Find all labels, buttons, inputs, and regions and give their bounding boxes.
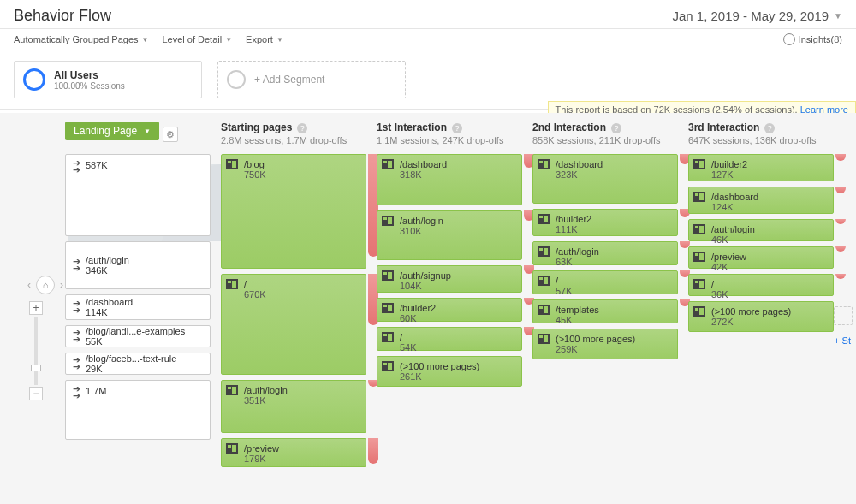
help-icon[interactable]: ?: [611, 123, 621, 133]
page-path: (>100 more pages): [556, 334, 670, 344]
column-sub: 1.1M sessions, 247K drop-offs: [377, 135, 522, 145]
date-range-picker[interactable]: Jan 1, 2019 - May 29, 2019 ▼: [672, 9, 842, 23]
level-of-detail-dropdown[interactable]: Level of Detail ▼: [162, 34, 232, 44]
page-icon: [382, 361, 394, 371]
dropoff-indicator: [835, 219, 846, 224]
page-node[interactable]: /670K: [221, 274, 366, 375]
auto-pages-label: Automatically Grouped Pages: [14, 34, 139, 44]
page-node[interactable]: /builder2111K: [532, 209, 678, 236]
column-title: 3rd Interaction: [688, 122, 759, 133]
page-path: /: [556, 276, 670, 286]
source-node[interactable]: ➔➔587K: [65, 154, 211, 236]
flow-column: 2nd Interaction?858K sessions, 211K drop…: [532, 122, 678, 504]
help-icon[interactable]: ?: [297, 123, 307, 133]
page-count: 272K: [711, 317, 826, 327]
source-node[interactable]: ➔➔/blog/landi...e-examples55K: [65, 325, 211, 347]
page-icon: [693, 192, 705, 202]
page-node[interactable]: /blog750K: [221, 154, 366, 269]
node-wrap: (>100 more pages)259K: [532, 329, 678, 359]
flow-arrow-icon: ➔➔: [73, 258, 80, 271]
page-icon: [538, 305, 550, 315]
source-node[interactable]: ➔➔/dashboard114K: [65, 294, 211, 320]
flow-area: ‹ ⌂ › + − + St Landing Page▼⚙➔➔587K➔➔/au…: [0, 113, 856, 504]
date-range-text: Jan 1, 2019 - May 29, 2019: [672, 9, 829, 23]
page-node[interactable]: /builder2127K: [688, 154, 834, 181]
zoom-controls: + −: [29, 301, 43, 400]
export-dropdown[interactable]: Export ▼: [246, 34, 283, 44]
page-icon: [538, 214, 550, 224]
page-count: 127K: [711, 169, 826, 180]
page-path: /preview: [244, 443, 359, 454]
page-node[interactable]: /dashboard323K: [532, 154, 678, 204]
zoom-handle[interactable]: [31, 365, 41, 371]
page-count: 104K: [400, 281, 514, 291]
page-node[interactable]: /auth/login63K: [532, 241, 678, 265]
dimension-label: Landing Page: [74, 125, 137, 137]
page-path: /auth/login: [556, 246, 670, 257]
page-path: /preview: [711, 252, 826, 262]
page-node[interactable]: (>100 more pages)272K: [688, 301, 834, 332]
source-node[interactable]: ➔➔/auth/login346K: [65, 241, 211, 289]
insights-label: Insights(8): [799, 34, 842, 44]
auto-grouped-pages-dropdown[interactable]: Automatically Grouped Pages ▼: [14, 34, 148, 44]
source-text: 1.7M: [86, 386, 106, 396]
chevron-down-icon: ▼: [276, 36, 283, 44]
page-node[interactable]: (>100 more pages)259K: [532, 329, 678, 359]
page-node[interactable]: /dashboard318K: [377, 154, 522, 205]
page-path: /auth/login: [244, 385, 359, 395]
page-node[interactable]: /templates45K: [532, 299, 678, 323]
gear-icon[interactable]: ⚙: [163, 127, 178, 142]
segment-all-users[interactable]: All Users 100.00% Sessions: [14, 61, 202, 98]
insights-button[interactable]: Insights(8): [783, 33, 842, 45]
dropoff-indicator: [835, 246, 846, 252]
page-count: 750K: [244, 169, 359, 180]
page-count: 670K: [244, 289, 359, 299]
page-count: 111K: [556, 224, 670, 234]
page-node[interactable]: /auth/login351K: [221, 380, 366, 433]
page-node[interactable]: /auth/signup104K: [377, 265, 522, 293]
home-button[interactable]: ⌂: [36, 276, 55, 294]
zoom-in-button[interactable]: +: [29, 301, 43, 315]
source-node[interactable]: ➔➔/blog/faceb...-text-rule29K: [65, 353, 211, 375]
help-icon[interactable]: ?: [452, 123, 462, 133]
column-header: 1st Interaction?: [377, 122, 522, 133]
flow-arrow-icon: ➔➔: [73, 160, 80, 173]
column-header: 2nd Interaction?: [532, 122, 678, 133]
segment-text: All Users 100.00% Sessions: [54, 69, 125, 91]
source-text: /blog/landi...e-examples55K: [86, 326, 185, 347]
page-node[interactable]: /54K: [377, 327, 522, 351]
page-node[interactable]: /dashboard124K: [688, 187, 834, 214]
page-node[interactable]: /36K: [688, 274, 834, 296]
page-count: 351K: [244, 395, 359, 406]
detail-label: Level of Detail: [162, 34, 222, 44]
dropoff-indicator: [835, 154, 846, 161]
zoom-out-button[interactable]: −: [29, 387, 43, 400]
page-node[interactable]: /builder260K: [377, 298, 522, 322]
node-wrap: /auth/signup104K: [377, 265, 522, 293]
source-node[interactable]: ➔➔1.7M: [65, 380, 211, 440]
page-node[interactable]: (>100 more pages)261K: [377, 356, 522, 387]
pan-left-button[interactable]: ‹: [24, 276, 34, 294]
node-wrap: (>100 more pages)272K: [688, 301, 834, 332]
page-node[interactable]: /preview179K: [221, 438, 366, 467]
page-count: 323K: [556, 169, 670, 180]
segment-sub: 100.00% Sessions: [54, 81, 125, 91]
flow-column: Starting pages?2.8M sessions, 1.7M drop-…: [221, 122, 366, 504]
dimension-selector[interactable]: Landing Page▼: [65, 122, 159, 140]
flow-columns: Landing Page▼⚙➔➔587K➔➔/auth/login346K➔➔/…: [65, 122, 856, 504]
page-count: 46K: [711, 234, 826, 245]
node-wrap: /54K: [377, 327, 522, 351]
help-icon[interactable]: ?: [764, 123, 775, 133]
flow-arrow-icon: ➔➔: [73, 386, 80, 399]
column-title: Starting pages: [221, 122, 292, 133]
page-node[interactable]: /preview42K: [688, 246, 834, 269]
node-wrap: /templates45K: [532, 299, 678, 323]
add-segment-button[interactable]: + Add Segment: [217, 61, 406, 98]
page-count: 57K: [556, 286, 670, 296]
page-node[interactable]: /57K: [532, 270, 678, 294]
page-node[interactable]: /auth/login46K: [688, 219, 834, 241]
page-node[interactable]: /auth/login310K: [377, 210, 522, 260]
node-wrap: /auth/login351K: [221, 380, 366, 433]
zoom-slider[interactable]: [34, 317, 38, 385]
chevron-down-icon: ▼: [144, 127, 151, 135]
